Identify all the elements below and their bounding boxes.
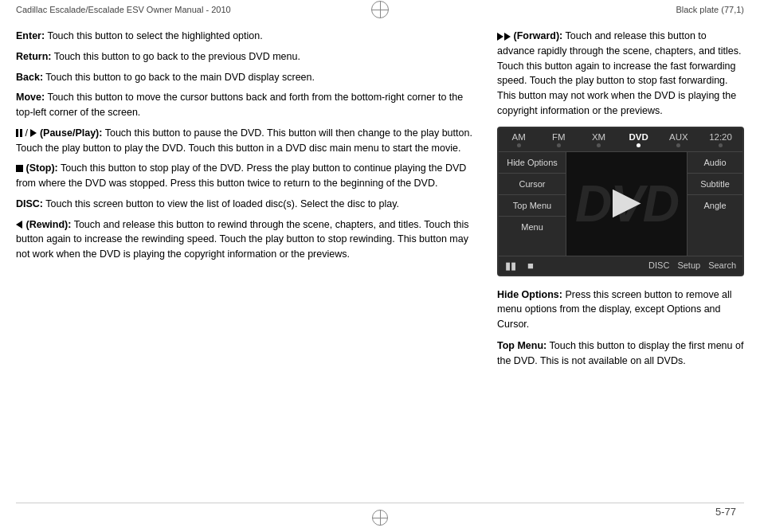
enter-paragraph: Enter: Touch this button to select the h… — [16, 29, 481, 44]
move-text: Touch this button to move the cursor but… — [16, 92, 463, 118]
search-button[interactable]: Search — [708, 260, 736, 270]
disc-label: DISC: — [16, 198, 43, 209]
dvd-interface: AM FM XM DVD AUX — [497, 127, 744, 276]
hide-options-desc: Hide Options: Press this screen button t… — [497, 288, 744, 332]
dvd-bottom-right: DISC Setup Search — [648, 260, 736, 270]
main-content: Enter: Touch this button to select the h… — [0, 19, 760, 374]
move-paragraph: Move: Touch this button to move the curs… — [16, 90, 481, 120]
tab-aux[interactable]: AUX — [659, 128, 699, 151]
dvd-pause-icon[interactable]: ▮▮ — [505, 260, 516, 272]
header-center-mark — [371, 1, 389, 18]
header-left: Cadillac Escalade/Escalade ESV Owner Man… — [16, 5, 231, 14]
setup-button[interactable]: Setup — [677, 260, 700, 270]
rewind-paragraph: (Rewind): Touch and release this button … — [16, 217, 481, 262]
stop-icon — [16, 165, 23, 172]
disc-bottom-button[interactable]: DISC — [648, 260, 669, 270]
forward-icon2 — [504, 33, 511, 41]
return-paragraph: Return: Touch this button to go back to … — [16, 49, 481, 65]
tab-dvd[interactable]: DVD — [619, 128, 659, 151]
stop-label: (Stop): — [25, 162, 57, 174]
forward-paragraph: (Forward): Touch and release this button… — [497, 29, 744, 119]
rewind-label: (Rewind): — [25, 219, 71, 230]
hide-options-button[interactable]: Hide Options — [499, 152, 566, 174]
back-label: Back: — [16, 72, 43, 83]
back-text: Touch this button to go back to the main… — [45, 72, 315, 83]
pause-play-paragraph: / (Pause/Play): Touch this button to pau… — [16, 126, 481, 156]
fm-dot — [557, 143, 561, 147]
bottom-crosshair-icon — [372, 510, 388, 526]
forward-text: Touch and release this button to advance… — [497, 30, 741, 116]
top-menu-desc: Top Menu: Touch this button to display t… — [497, 338, 744, 369]
enter-label: Enter: — [16, 30, 45, 41]
aux-dot — [676, 143, 680, 147]
bottom-crosshair-circle — [372, 510, 388, 526]
move-label: Move: — [16, 92, 45, 103]
dvd-center: DVD — [566, 152, 687, 256]
time-dot — [719, 143, 723, 147]
right-text: Hide Options: Press this screen button t… — [497, 288, 744, 369]
dvd-left-buttons: Hide Options Cursor Top Menu Menu — [499, 152, 566, 256]
footer-line — [16, 503, 744, 503]
top-menu-desc-label: Top Menu: — [497, 340, 546, 351]
enter-text: Touch this button to select the highligh… — [47, 30, 262, 41]
audio-button[interactable]: Audio — [688, 152, 742, 174]
cursor-button[interactable]: Cursor — [499, 174, 566, 195]
disc-paragraph: DISC: Touch this screen button to view t… — [16, 197, 481, 212]
rewind-icon — [16, 221, 22, 229]
forward-label: (Forward): — [513, 30, 562, 41]
dvd-right-buttons: Audio Subtitle Angle — [687, 152, 742, 256]
dvd-dot — [637, 143, 641, 147]
am-dot — [517, 143, 521, 147]
menu-button[interactable]: Menu — [499, 217, 566, 237]
dvd-topbar: AM FM XM DVD AUX — [499, 128, 742, 152]
angle-button[interactable]: Angle — [688, 195, 742, 216]
right-column: (Forward): Touch and release this button… — [497, 29, 744, 374]
tab-fm[interactable]: FM — [539, 128, 578, 151]
dvd-bottombar: ▮▮ ■ DISC Setup Search — [499, 256, 742, 275]
dvd-stop-icon[interactable]: ■ — [527, 260, 534, 272]
stop-paragraph: (Stop): Touch this button to stop play o… — [16, 161, 481, 191]
top-menu-button[interactable]: Top Menu — [499, 195, 566, 217]
back-paragraph: Back: Touch this button to go back to th… — [16, 70, 481, 85]
stop-text: Touch this button to stop play of the DV… — [16, 162, 466, 189]
tab-xm[interactable]: XM — [578, 128, 618, 151]
left-column: Enter: Touch this button to select the h… — [16, 29, 481, 374]
dvd-middle: Hide Options Cursor Top Menu Menu DVD Au… — [499, 152, 742, 256]
disc-text: Touch this screen button to view the lis… — [45, 198, 399, 209]
header-crosshair-icon — [371, 1, 389, 18]
header-right: Black plate (77,1) — [676, 5, 744, 14]
return-label: Return: — [16, 51, 51, 62]
dvd-bottom-left: ▮▮ ■ — [505, 260, 534, 272]
rewind-text: Touch and release this button to rewind … — [16, 219, 469, 260]
hide-options-desc-label: Hide Options: — [497, 289, 562, 300]
tab-am[interactable]: AM — [499, 128, 539, 151]
play-small-icon — [30, 129, 37, 137]
forward-icon — [497, 33, 503, 41]
pause-icon — [16, 129, 22, 137]
footer-page-number: 5-77 — [715, 506, 736, 518]
pause-play-label: (Pause/Play): — [40, 127, 103, 139]
dvd-time: 12:20 — [699, 128, 742, 151]
subtitle-button[interactable]: Subtitle — [688, 174, 742, 195]
return-text: Touch this button to go back to the prev… — [54, 51, 300, 62]
xm-dot — [597, 143, 601, 147]
header: Cadillac Escalade/Escalade ESV Owner Man… — [0, 0, 760, 19]
